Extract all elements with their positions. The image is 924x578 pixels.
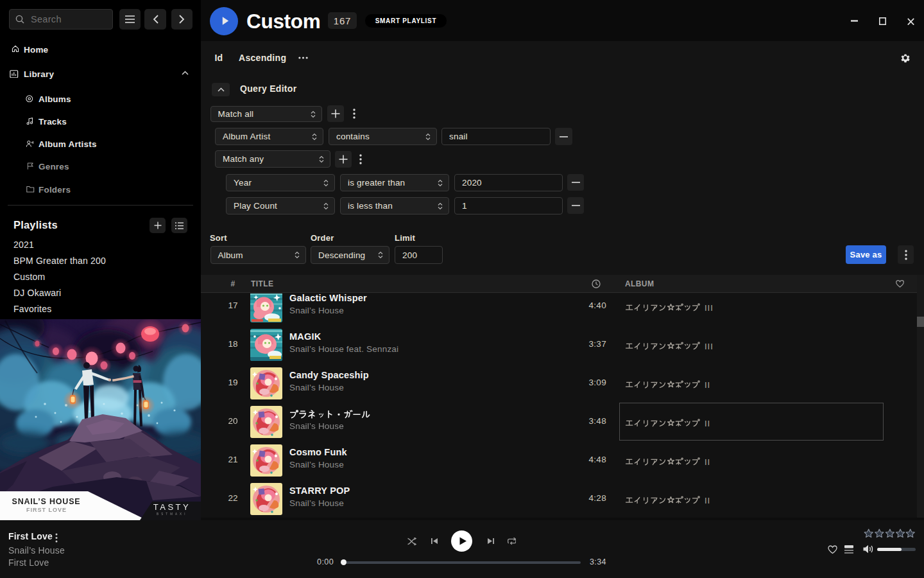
svg-text:B S T M A X I: B S T M A X I	[157, 512, 186, 516]
svg-text:SNAIL’S HOUSE: SNAIL’S HOUSE	[12, 497, 81, 506]
svg-text:FIRST LOVE: FIRST LOVE	[26, 507, 67, 513]
svg-text:TASTY: TASTY	[153, 502, 191, 512]
